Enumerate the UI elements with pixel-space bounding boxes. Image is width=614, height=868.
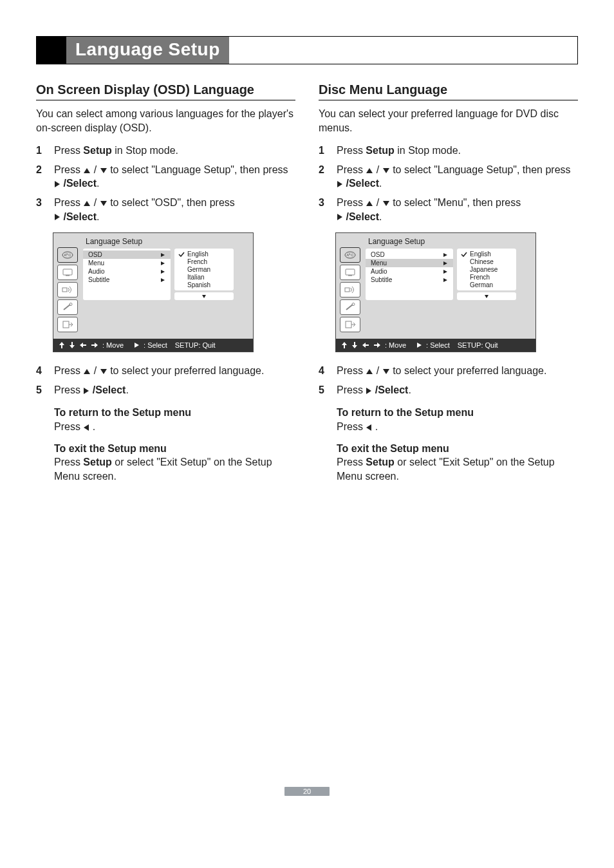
triangle-right-icon <box>54 180 60 188</box>
svg-marker-54 <box>366 388 371 394</box>
svg-text:AᴮC: AᴮC <box>346 253 354 257</box>
triangle-right-icon <box>337 213 343 221</box>
text: Press <box>54 421 83 432</box>
label: Japanese <box>470 266 498 273</box>
label: Subtitle <box>371 276 392 283</box>
svg-rect-13 <box>63 321 69 328</box>
text: Press <box>337 164 366 175</box>
svg-marker-33 <box>337 214 342 220</box>
sub-heading: To exit the Setup menu <box>337 442 578 456</box>
text: to select your preferred language. <box>107 365 265 376</box>
exit-icon <box>340 317 360 332</box>
text: . <box>89 421 95 432</box>
return-block: To return to the Setup menu Press . <box>337 406 578 433</box>
label: OSD <box>88 251 102 258</box>
svg-text:AᴮC: AᴮC <box>64 253 71 257</box>
svg-marker-51 <box>417 343 422 348</box>
text-bold: Setup <box>366 145 394 156</box>
svg-marker-46 <box>485 295 488 298</box>
svg-marker-22 <box>91 343 98 348</box>
svg-rect-38 <box>345 288 349 292</box>
step-body: Press / to select your preferred languag… <box>54 364 295 378</box>
step-body: Press / to select "OSD", then press /Sel… <box>54 196 295 223</box>
exit-block: To exit the Setup menu Press Setup or se… <box>54 442 295 484</box>
sub-heading: To return to the Setup menu <box>54 406 295 420</box>
svg-marker-24 <box>84 369 90 374</box>
label: Italian <box>187 274 205 281</box>
osd-panel-right: AᴮC Language Setup OSD Menu <box>335 232 578 352</box>
svg-rect-41 <box>346 321 351 328</box>
svg-marker-31 <box>366 201 373 206</box>
audio-icon <box>340 282 360 297</box>
svg-marker-23 <box>135 343 139 348</box>
svg-marker-18 <box>202 295 206 298</box>
svg-marker-30 <box>337 181 342 187</box>
triangle-down-icon <box>382 368 390 375</box>
footer-select: : Select <box>426 341 450 349</box>
arrow-down-icon <box>351 341 358 349</box>
svg-marker-47 <box>342 342 347 348</box>
step-number: 4 <box>36 364 45 378</box>
intro-osd: You can select among various languages f… <box>36 107 295 135</box>
text-bold: /Select <box>63 178 97 189</box>
page-title: Language Setup <box>66 37 229 64</box>
svg-marker-53 <box>383 369 389 374</box>
step-number: 2 <box>319 163 328 191</box>
triangle-down-icon <box>382 167 390 174</box>
section-heading-disc: Disc Menu Language <box>319 82 578 100</box>
svg-marker-48 <box>352 342 357 348</box>
text: . <box>97 211 99 222</box>
svg-line-39 <box>346 305 353 310</box>
sub-body: Press . <box>337 420 578 434</box>
text: Press <box>337 421 366 432</box>
text: Press <box>54 384 83 395</box>
triangle-right-icon <box>160 261 165 266</box>
label: English <box>470 250 491 258</box>
triangle-right-icon <box>443 252 448 258</box>
triangle-right-icon <box>54 213 60 221</box>
osd-menu-item: Audio <box>83 267 171 276</box>
text: Press <box>337 365 366 376</box>
osd-menu-list: OSD Menu Audio Subtitle <box>83 249 171 300</box>
label: OSD <box>371 251 385 258</box>
svg-marker-26 <box>84 388 89 394</box>
triangle-down-icon <box>382 200 390 207</box>
osd-more-down <box>457 292 516 300</box>
exit-icon <box>57 317 78 332</box>
page-title-bar: Language Setup <box>36 36 578 64</box>
sub-body: Press Setup or select "Exit Setup" on th… <box>54 455 295 483</box>
osd-lang-item: Chinese <box>461 258 512 265</box>
text: Press <box>54 164 83 175</box>
svg-marker-32 <box>383 201 389 206</box>
svg-line-11 <box>64 305 70 310</box>
svg-marker-4 <box>100 201 107 206</box>
svg-rect-8 <box>63 269 72 275</box>
triangle-down-icon <box>201 294 207 299</box>
step-body: Press / to select "Menu", then press /Se… <box>337 196 578 223</box>
osd-lang-item: French <box>178 258 230 265</box>
step-body: Press /Select. <box>337 383 578 397</box>
label: Menu <box>371 259 387 267</box>
triangle-up-icon <box>366 167 373 174</box>
step-body: Press Setup in Stop mode. <box>54 144 295 158</box>
text: Press <box>54 145 83 156</box>
osd-lang-item: Spanish <box>178 281 230 288</box>
check-icon <box>178 252 185 257</box>
footer-move: : Move <box>102 341 124 349</box>
label: Subtitle <box>88 276 109 283</box>
osd-menu-list: OSD Menu Audio Subtitle <box>366 249 453 300</box>
triangle-right-icon <box>337 180 343 188</box>
footer-quit: SETUP: Quit <box>175 341 216 349</box>
label: English <box>187 250 209 258</box>
triangle-down-icon <box>100 167 107 174</box>
text-bold: /Select <box>93 384 126 395</box>
text: . <box>379 211 382 222</box>
column-left: On Screen Display (OSD) Language You can… <box>36 82 295 491</box>
svg-marker-29 <box>383 168 389 173</box>
step-body: Press / to select "Language Setup", then… <box>337 163 578 191</box>
osd-category-icons: AᴮC <box>340 236 362 332</box>
label: Audio <box>88 268 105 275</box>
triangle-up-icon <box>366 368 373 375</box>
osd-language-list: English Chinese Japanese French German <box>457 249 516 290</box>
column-right: Disc Menu Language You can select your p… <box>319 82 578 491</box>
